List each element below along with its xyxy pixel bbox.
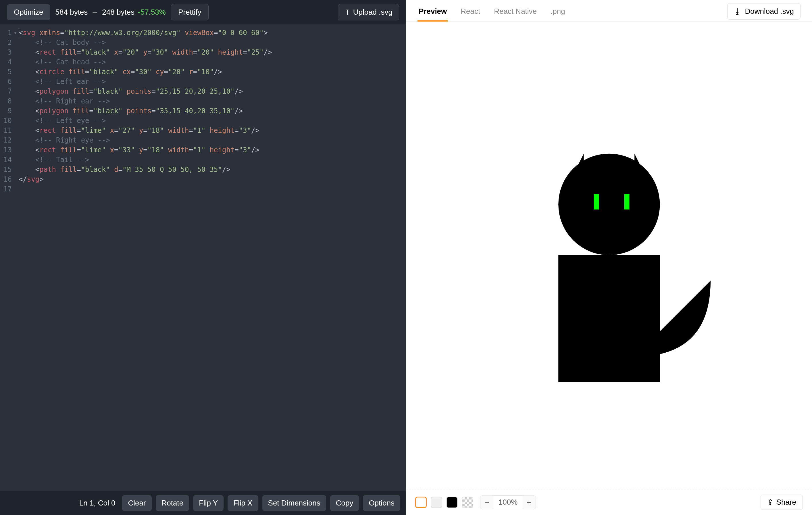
line-number: 7: [3, 86, 12, 96]
download-label: Download .svg: [745, 7, 794, 16]
line-number: 1▾: [3, 28, 12, 38]
code-content[interactable]: <svg xmlns="http://www.w3.org/2000/svg" …: [14, 24, 406, 491]
code-line[interactable]: <!-- Tail -->: [19, 155, 401, 165]
cursor-position: Ln 1, Col 0: [79, 498, 116, 508]
tab-preview[interactable]: Preview: [417, 2, 448, 21]
line-number: 16: [3, 174, 12, 184]
bg-swatch-transparent[interactable]: [462, 496, 473, 508]
svg-preview: [457, 103, 761, 407]
code-line[interactable]: <circle fill="black" cx="30" cy="20" r="…: [19, 67, 401, 77]
preview-pane: PreviewReactReact Native.png ⭳ Download …: [406, 0, 812, 515]
line-number: 5: [3, 67, 12, 77]
line-number: 11: [3, 125, 12, 135]
line-number: 3: [3, 48, 12, 57]
code-line[interactable]: <!-- Right eye -->: [19, 135, 401, 145]
code-line[interactable]: <rect fill="lime" x="27" y="18" width="1…: [19, 125, 401, 135]
flip-x-button[interactable]: Flip X: [228, 495, 258, 511]
line-number: 14: [3, 155, 12, 165]
code-line[interactable]: <svg xmlns="http://www.w3.org/2000/svg" …: [19, 28, 401, 38]
code-line[interactable]: <polygon fill="black" points="25,15 20,2…: [19, 86, 401, 96]
zoom-value: 100%: [494, 498, 522, 507]
download-icon: ⭳: [734, 7, 741, 16]
upload-button[interactable]: ⤒ Upload .svg: [338, 4, 399, 21]
editor-bottom-toolbar: Ln 1, Col 0 ClearRotateFlip YFlip XSet D…: [0, 491, 406, 515]
copy-button[interactable]: Copy: [330, 495, 359, 511]
clear-button[interactable]: Clear: [122, 495, 151, 511]
optimize-button[interactable]: Optimize: [7, 4, 50, 20]
line-number: 12: [3, 135, 12, 145]
line-gutter: 1▾234567891011121314151617: [0, 24, 14, 491]
options-button[interactable]: Options: [363, 495, 400, 511]
line-number: 2: [3, 38, 12, 48]
svg-preview-canvas: [406, 22, 812, 489]
line-number: 8: [3, 96, 12, 106]
tab-react[interactable]: React: [459, 2, 481, 21]
code-line[interactable]: <!-- Right ear -->: [19, 96, 401, 106]
code-editor[interactable]: 1▾234567891011121314151617 <svg xmlns="h…: [0, 24, 406, 491]
bottom-button-group: ClearRotateFlip YFlip XSet DimensionsCop…: [122, 495, 400, 511]
bg-swatch-grey[interactable]: [431, 496, 442, 508]
code-line[interactable]: [19, 184, 401, 194]
rotate-button[interactable]: Rotate: [156, 495, 190, 511]
code-line[interactable]: <!-- Cat head -->: [19, 57, 401, 67]
preview-top-bar: PreviewReactReact Native.png ⭳ Download …: [406, 0, 812, 22]
svg-rect: [624, 194, 629, 209]
share-icon: ⇪: [767, 498, 774, 507]
zoom-in-button[interactable]: +: [522, 496, 535, 509]
line-number: 10: [3, 116, 12, 125]
zoom-out-button[interactable]: −: [481, 496, 494, 509]
line-number: 4: [3, 57, 12, 67]
svg-rect: [558, 255, 660, 382]
upload-icon: ⤒: [345, 8, 350, 17]
download-button[interactable]: ⭳ Download .svg: [727, 3, 801, 20]
code-line[interactable]: <rect fill="lime" x="33" y="18" width="1…: [19, 145, 401, 155]
line-number: 13: [3, 145, 12, 155]
prettify-button[interactable]: Prettify: [171, 4, 209, 21]
pct-saved: -57.53%: [138, 8, 166, 17]
line-number: 9: [3, 106, 12, 116]
line-number: 17: [3, 184, 12, 194]
share-label: Share: [776, 498, 796, 507]
code-line[interactable]: <rect fill="black" x="20" y="30" width="…: [19, 48, 401, 57]
upload-label: Upload .svg: [353, 8, 393, 17]
bg-swatch-white[interactable]: [415, 496, 427, 508]
code-line[interactable]: <!-- Left ear -->: [19, 77, 401, 86]
preview-bottom-bar: − 100% + ⇪ Share: [406, 489, 812, 515]
size-after: 248 bytes: [102, 8, 135, 17]
arrow-icon: →: [91, 8, 98, 17]
fold-icon[interactable]: ▾: [14, 28, 17, 38]
editor-toolbar: Optimize 584 bytes → 248 bytes -57.53% P…: [0, 0, 406, 24]
set-dimensions-button[interactable]: Set Dimensions: [262, 495, 326, 511]
output-tabs: PreviewReactReact Native.png: [417, 2, 566, 21]
flip-y-button[interactable]: Flip Y: [193, 495, 224, 511]
zoom-control: − 100% +: [480, 495, 536, 509]
svg-circle: [558, 154, 660, 255]
share-button[interactable]: ⇪ Share: [760, 494, 803, 510]
size-stats: 584 bytes → 248 bytes -57.53%: [55, 8, 166, 17]
code-line[interactable]: <path fill="black" d="M 35 50 Q 50 50, 5…: [19, 165, 401, 174]
code-line[interactable]: <polygon fill="black" points="35,15 40,2…: [19, 106, 401, 116]
size-before: 584 bytes: [55, 8, 88, 17]
editor-pane: Optimize 584 bytes → 248 bytes -57.53% P…: [0, 0, 406, 515]
tab-reactnative[interactable]: React Native: [493, 2, 538, 21]
bg-swatch-black[interactable]: [446, 496, 458, 508]
tab-png[interactable]: .png: [549, 2, 566, 21]
code-line[interactable]: <!-- Left eye -->: [19, 116, 401, 125]
code-line[interactable]: </svg>: [19, 174, 401, 184]
line-number: 6: [3, 77, 12, 86]
line-number: 15: [3, 165, 12, 174]
svg-rect: [594, 194, 599, 209]
code-line[interactable]: <!-- Cat body -->: [19, 38, 401, 48]
